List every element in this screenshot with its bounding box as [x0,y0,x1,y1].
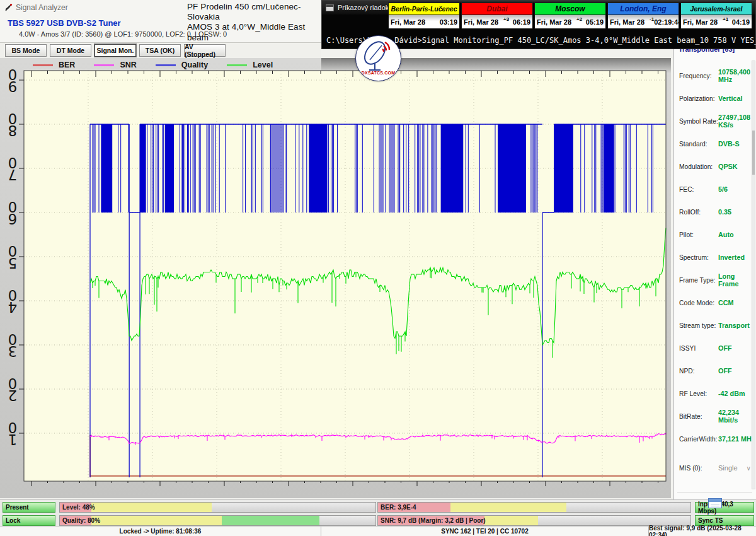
tp-value: OFF [718,344,732,352]
present-badge: Present [3,502,55,513]
tp-label: Spectrum: [679,254,718,261]
tp-label: Standard: [679,141,718,148]
clock-time: 03:19 [440,18,457,26]
clock-3: London, EngFri, Mar 28-102:19:44 [607,3,679,29]
signal-analyzer-icon [4,3,13,12]
tp-label: Pilot: [679,231,718,238]
clock-time: 04:19 [732,18,750,26]
world-clocks: Berlin-Paris-LučenecFri, Mar 2803:19Duba… [388,3,752,29]
tp-row-fec: FEC:5/6 [673,178,756,201]
tp-value: Auto [718,231,734,238]
tp-label: Stream type: [679,322,718,329]
y-tick-label-20: 20 [4,377,21,401]
tp-label: Modulation: [679,163,718,170]
snr-meter-seg-1 [484,516,538,525]
tp-row-modulation: Modulation:QPSK [673,155,756,178]
clock-body: Fri, Mar 28-102:19:44 [608,15,679,28]
y-digit: 0 [8,333,18,345]
app-header: Signal Analyzer TBS 5927 USB DVB-S2 Tune… [0,0,321,43]
y-tick-label-60: 60 [4,201,21,224]
tab-av-stopped-[interactable]: AV (Stopped) [184,44,226,57]
site-info-line-1: AMOS 3 at 4,0°W_Middle East beam [187,22,323,42]
tp-value: QPSK [718,163,738,170]
tp-label: CarrierWidth: [679,436,718,443]
tp-value: Long Frame [718,272,756,288]
clock-offset: +2 [576,16,582,22]
level-meter-seg-1 [91,503,212,512]
clock-city: Moscow [535,3,605,15]
clock-2: MoscowFri, Mar 28+205:19 [534,3,606,29]
y-digit: 0 [8,245,18,257]
tp-label: FEC: [679,186,718,193]
clock-city: Berlin-Paris-Lučenec [389,3,459,15]
clock-date: Fri, Mar 28 [391,18,425,26]
y-digit: 0 [8,68,18,80]
site-info-line-0: PF Prodelin 450 cm/Lučenec-Slovakia [187,2,323,22]
tp-label: Code Mode: [679,300,718,306]
tp-label: Frequency: [679,73,718,79]
tp-value: -42 dBm [718,390,745,397]
tp-value: OFF [718,367,732,375]
mis-select[interactable]: Single [718,464,738,472]
y-digit: 0 [8,112,18,124]
tp-value: DVB-S [718,140,740,148]
clock-date: Fri, Mar 28 [610,18,644,26]
tp-row-polarization: Polarization:Vertical [673,87,756,110]
tab-tsa-ok-[interactable]: TSA (OK) [139,44,181,57]
tp-label: Symbol Rate: [679,118,718,125]
tp-value: 37,121 MHz [718,435,755,443]
tab-bs-mode[interactable]: BS Mode [5,44,47,57]
clock-offset: -1 [650,16,654,22]
quality-meter: Quality: 80% [59,515,376,526]
tp-value: Inverted [718,253,745,261]
tp-label: Frame Type: [679,277,718,284]
tab-dt-mode[interactable]: DT Mode [50,44,91,57]
transponder-table-icon[interactable] [708,498,722,508]
tp-row-pilot: Pilot:Auto [673,223,756,246]
window-titlebar: Signal Analyzer [4,3,68,12]
tp-label: NPD: [679,368,718,375]
clock-date: Fri, Mar 28 [683,18,718,26]
ber-meter-seg-1 [450,503,566,512]
tp-value: 0.35 [718,208,731,216]
tp-label: Polarization: [679,95,718,102]
scrollbar-thumb[interactable] [752,131,755,175]
bottom-statusbar: Locked -> Uptime: 81:08:36 SYNC 162 | TE… [0,526,756,536]
clock-time: 02:19:44 [654,18,682,26]
tp-value: CCM [718,299,734,306]
snr-meter: SNR: 9,7 dB (Margin: 3,2 dB | Poor) [377,515,691,526]
clock-date: Fri, Mar 28 [537,18,571,26]
snr-meter-label: SNR: 9,7 dB (Margin: 3,2 dB | Poor) [381,517,486,524]
panel-scrollbar[interactable] [752,61,755,489]
tp-label: RollOff: [679,209,718,216]
tp-row-mis: MIS (0):Single∨ [673,457,756,479]
tab-signal-mon-[interactable]: Signal Mon. [94,44,136,57]
tp-value: 5/6 [718,185,728,193]
y-tick-label-40: 40 [4,289,21,313]
terminal-title: Príkazový riadok [338,4,389,11]
y-digit: 0 [8,421,18,433]
tp-row-codemode: Code Mode:CCM [673,291,756,314]
clock-city: London, Eng [608,3,679,15]
tp-row-standard: Standard:DVB-S [673,132,756,155]
clock-4: Jerusalem-IsraelFri, Mar 28+104:19 [680,3,752,29]
quality-meter-label: Quality: 80% [62,517,100,524]
y-tick-label-10: 10 [4,421,21,445]
chevron-down-icon[interactable]: ∨ [747,465,751,472]
tp-row-rolloff: RollOff:0.35 [673,201,756,223]
level-meter-label: Level: 48% [62,504,95,511]
tp-row-streamtype: Stream type:Transport [673,314,756,337]
statusbar-lock-uptime: Locked -> Uptime: 81:08:36 [0,527,321,536]
transponder-panel: Transponder [63] Frequency:10758,400 MHz… [673,42,756,499]
statusbar-best-signal: Best signal: 9,9 dB (2025-03-28 02:34) [649,527,756,536]
y-tick-label-30: 30 [4,333,21,357]
clock-body: Fri, Mar 28+205:19 [535,15,605,28]
tuner-name: TBS 5927 USB DVB-S2 Tuner [8,18,121,28]
transponder-footer [677,492,752,513]
tab-row: BS ModeDT ModeSignal Mon.TSA (OK)AV (Sto… [0,42,321,58]
tp-row-rflevel: RF Level:-42 dBm [673,382,756,405]
tp-row-symbolrate: Symbol Rate:27497,108 KS/s [673,110,756,132]
tp-label: BitRate: [679,413,718,420]
clock-0: Berlin-Paris-LučenecFri, Mar 2803:19 [388,3,460,29]
tp-row-npd: NPD:OFF [673,359,756,382]
